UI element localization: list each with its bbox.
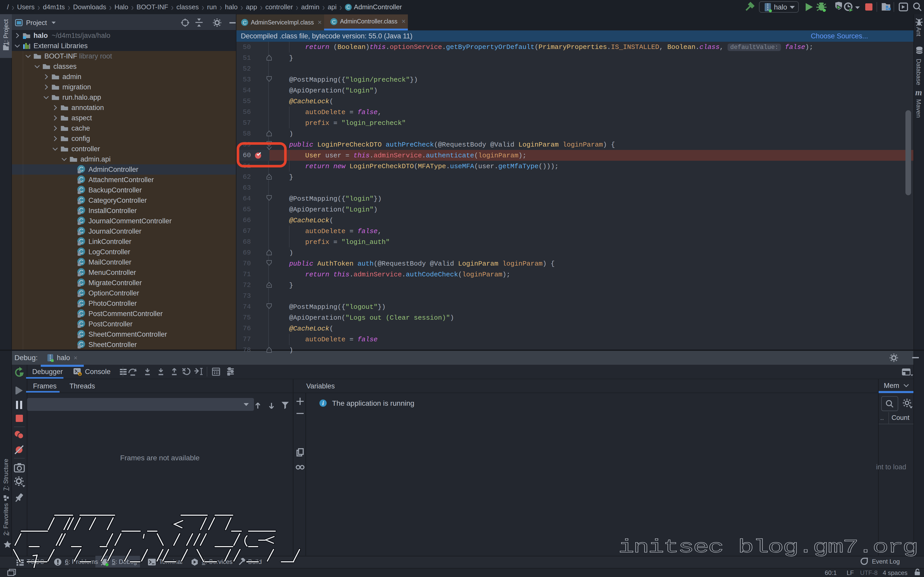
svg-text:i: i: [322, 400, 324, 406]
svg-text:C: C: [332, 19, 336, 25]
svg-text:halo: halo: [774, 3, 787, 11]
